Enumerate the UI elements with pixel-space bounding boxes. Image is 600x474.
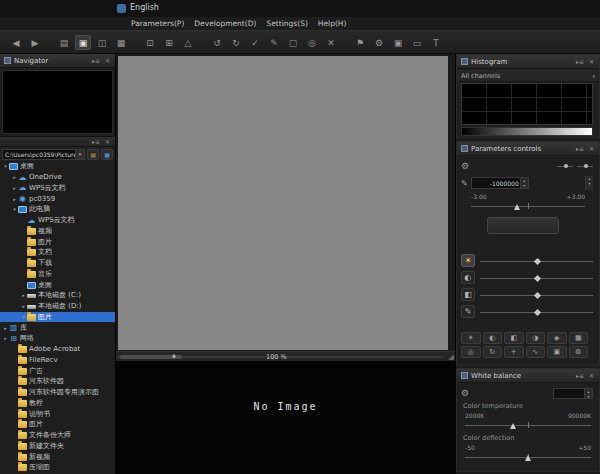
deflection-slider[interactable] <box>465 452 591 462</box>
tree-item[interactable]: 图片 <box>0 236 115 247</box>
tree-item[interactable]: ▸☁OneDrive <box>0 172 115 183</box>
tree-expand-icon[interactable]: ▾ <box>2 163 9 169</box>
tree-item[interactable]: 新视频 <box>0 451 115 462</box>
zoom-level[interactable]: 100 % <box>266 353 287 361</box>
multi-view-icon[interactable]: ▦ <box>113 35 129 50</box>
image-canvas[interactable] <box>118 56 448 350</box>
color-tool-icon[interactable]: ◑ <box>526 332 546 344</box>
fit-screen-icon[interactable]: ⊡ <box>142 35 158 50</box>
exposure-value-box[interactable]: -1000000 ▴ ▾ <box>471 177 529 189</box>
tone-tool-icon[interactable]: ◧ <box>504 332 524 344</box>
tree-expand-icon[interactable]: ▾ <box>20 314 27 320</box>
menu-item[interactable]: Settings(S) <box>261 18 312 29</box>
adjust-slider[interactable] <box>480 307 593 317</box>
tree-item[interactable]: 文档 <box>0 247 115 258</box>
slider-handle[interactable] <box>533 308 540 315</box>
tree-item[interactable]: FileRecv <box>0 355 115 366</box>
display-settings-icon[interactable]: ▭ <box>409 35 425 50</box>
gear-icon[interactable]: ⚙ <box>461 388 469 398</box>
copy-settings-icon[interactable]: ▣ <box>390 35 406 50</box>
combination-view-icon[interactable]: ◫ <box>94 35 110 50</box>
tree-item[interactable]: ☁WPS云文档 <box>0 215 115 226</box>
chevron-down-icon[interactable]: ▾ <box>75 150 84 159</box>
tree-item[interactable]: ▾图片 <box>0 312 115 323</box>
tree-item[interactable]: 图片 <box>0 419 115 430</box>
tree-item[interactable]: 新建文件夹 <box>0 441 115 452</box>
path-combobox[interactable]: C:\Users\pc0359\Pictures ▾ <box>2 149 85 160</box>
sharpness-tool-icon[interactable]: ◈ <box>547 332 567 344</box>
value-spinner[interactable]: ▴ ▾ <box>584 389 592 398</box>
spin-down-icon[interactable]: ▾ <box>521 183 528 188</box>
rotation-tool-icon[interactable]: ↻ <box>483 346 503 358</box>
panel-close-icon[interactable]: ✕ <box>588 372 595 379</box>
rotate-left-icon[interactable]: ↺ <box>209 35 225 50</box>
navigator-preview[interactable] <box>2 70 113 134</box>
value-spinner[interactable]: ▴ ▾ <box>520 178 528 188</box>
tree-item[interactable]: Adobe Acrobat <box>0 344 115 355</box>
batch-develop-icon[interactable]: ⚙ <box>371 35 387 50</box>
tree-item[interactable]: 教程 <box>0 398 115 409</box>
tree-item[interactable]: 河东软件园专用演示图 <box>0 387 115 398</box>
panel-close-icon[interactable]: ✕ <box>588 145 595 152</box>
panel-menu-icon[interactable]: ▸≡ <box>575 58 585 65</box>
panel-menu-icon[interactable]: ▸≡ <box>91 57 101 64</box>
tree-item[interactable]: ▸◉pc0359 <box>0 193 115 204</box>
tree-item[interactable]: 河东软件园 <box>0 376 115 387</box>
slider-handle[interactable] <box>514 204 520 210</box>
panel-close-icon[interactable]: ✕ <box>588 58 595 65</box>
menu-item[interactable]: Development(D) <box>189 18 261 29</box>
rotate-right-icon[interactable]: ↻ <box>228 35 244 50</box>
mini-slider[interactable] <box>557 166 573 167</box>
tree-item[interactable]: 视频 <box>0 226 115 237</box>
exposure-pen-icon[interactable]: ✎ <box>461 179 468 188</box>
tree-expand-icon[interactable]: ▸ <box>11 174 18 180</box>
channel-select[interactable]: All channels ▾ <box>457 70 599 82</box>
tree-expand-icon[interactable]: ▸ <box>11 196 18 202</box>
apply-button[interactable] <box>487 217 559 234</box>
tree-item[interactable]: 下载 <box>0 258 115 269</box>
slider-handle[interactable] <box>533 291 540 298</box>
delete-icon[interactable]: ✕ <box>323 35 339 50</box>
tree-item[interactable]: 压缩图 <box>0 462 115 473</box>
thumbnail-view-icon[interactable]: ▤ <box>56 35 72 50</box>
side-spinner[interactable]: ▴ ▾ <box>585 176 593 190</box>
noise-reduction-tool-icon[interactable]: ▦ <box>569 332 589 344</box>
fine-adjust-icon[interactable]: ✎ <box>461 305 475 318</box>
adjust-slider[interactable] <box>480 273 593 283</box>
adjust-slider[interactable] <box>480 290 593 300</box>
contrast-adjust-icon[interactable]: ◐ <box>461 271 475 284</box>
temperature-slider[interactable] <box>465 420 591 430</box>
crop-icon[interactable]: ▢ <box>285 35 301 50</box>
mini-slider[interactable] <box>577 166 593 167</box>
white-balance-tool-icon[interactable]: ◐ <box>483 332 503 344</box>
eyedropper-icon[interactable]: ✎ <box>266 35 282 50</box>
panel-menu-icon[interactable]: ▸≡ <box>575 145 585 152</box>
monochrome-tool-icon[interactable]: ▣ <box>547 346 567 358</box>
gear-icon[interactable]: ⚙ <box>461 161 469 171</box>
tree-expand-icon[interactable]: ▸ <box>20 303 27 309</box>
tree-item[interactable]: 说明书 <box>0 408 115 419</box>
spotting-icon[interactable]: ◎ <box>304 35 320 50</box>
tree-expand-icon[interactable]: ▸ <box>2 325 9 331</box>
browse-folder-button[interactable]: ▤ <box>87 149 99 160</box>
mark-icon[interactable]: ✓ <box>247 35 263 50</box>
panel-close-icon[interactable]: ✕ <box>104 57 111 64</box>
tree-item[interactable]: ▸☁WPS云文档 <box>0 183 115 194</box>
text-tool-icon[interactable]: T <box>428 35 444 50</box>
preview-view-icon[interactable]: ▣ <box>75 35 91 50</box>
brightness-adjust-icon[interactable]: ☀ <box>461 254 475 267</box>
warning-display-icon[interactable]: △ <box>180 35 196 50</box>
panel-menu-icon[interactable]: ▸≡ <box>91 138 101 145</box>
tree-expand-icon[interactable]: ▸ <box>2 335 9 341</box>
tree-item[interactable]: ▾此电脑 <box>0 204 115 215</box>
spin-down-icon[interactable]: ▾ <box>586 181 593 186</box>
tree-item[interactable]: 文件备份大师 <box>0 430 115 441</box>
adjust-slider[interactable] <box>480 256 593 266</box>
grid-display-icon[interactable]: ⊞ <box>161 35 177 50</box>
exposure-slider[interactable] <box>471 201 585 211</box>
tree-expand-icon[interactable]: ▸ <box>11 185 18 191</box>
lens-tool-icon[interactable]: ◎ <box>461 346 481 358</box>
color-adjust-icon[interactable]: ◧ <box>461 288 475 301</box>
previous-image-icon[interactable]: ◀ <box>8 35 24 50</box>
view-mode-button[interactable]: ▦ <box>101 149 113 160</box>
